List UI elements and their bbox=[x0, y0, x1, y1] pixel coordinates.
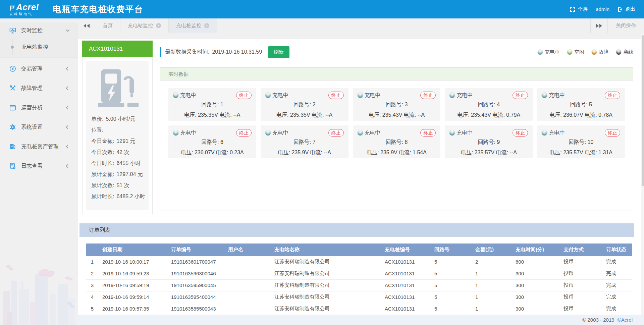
sidebar-item-label: 运营分析 bbox=[21, 104, 66, 111]
sidebar-group: 故障管理 bbox=[0, 80, 78, 96]
sidebar-subitem[interactable]: 充电站监控 bbox=[0, 39, 78, 55]
stop-button[interactable]: 终止 bbox=[328, 129, 344, 137]
chevron-left-icon bbox=[66, 164, 69, 168]
sidebar-item[interactable]: 系统设置 bbox=[0, 119, 78, 135]
stop-button[interactable]: 终止 bbox=[420, 92, 436, 99]
circuit-status-row: 充电中终止 bbox=[173, 129, 252, 137]
stop-button[interactable]: 终止 bbox=[513, 129, 528, 137]
stop-button[interactable]: 终止 bbox=[513, 92, 528, 99]
circuit-readings: 电压: 235.43V 电流: --A bbox=[358, 112, 436, 119]
circuit-card: 充电中终止回路号: 9电压: 235.57V 电流: --A bbox=[445, 125, 533, 158]
stop-button[interactable]: 终止 bbox=[328, 92, 344, 99]
sidebar-item-label: 交易管理 bbox=[21, 65, 66, 72]
stop-button[interactable]: 终止 bbox=[605, 129, 620, 137]
row-index: 4 bbox=[86, 291, 98, 303]
circuit-card: 充电中终止回路号: 1电压: 235.35V 电流: --A bbox=[168, 88, 256, 121]
orders-table: 创建日期订单编号用户名充电站名称充电桩编号回路号金额(元)充电时间(分)支付方式… bbox=[86, 243, 632, 315]
sidebar-item-label: 实时监控 bbox=[21, 27, 66, 34]
table-cell: 5 bbox=[430, 256, 471, 268]
charging-status-icon bbox=[542, 93, 547, 98]
close-icon[interactable]: × bbox=[156, 23, 161, 28]
table-row[interactable]: 12019-10-16 10:00:171910163601700047江苏安科… bbox=[86, 256, 632, 268]
vertical-scrollbar[interactable] bbox=[641, 33, 644, 315]
column-header: 支付方式 bbox=[559, 243, 602, 256]
circuit-status-label: 充电中 bbox=[180, 129, 196, 137]
table-cell bbox=[224, 291, 270, 303]
close-operations-button[interactable]: 关闭操作 bbox=[608, 18, 644, 33]
legend-label: 空闲 bbox=[574, 49, 584, 55]
table-cell: 投币 bbox=[559, 256, 602, 268]
station-stat: 今日次数:42 次 bbox=[91, 149, 144, 156]
stop-button[interactable]: 终止 bbox=[420, 129, 436, 137]
close-icon[interactable]: × bbox=[204, 23, 209, 28]
table-row[interactable]: 52019-10-16 09:57:351910163585500043江苏安科… bbox=[86, 303, 632, 315]
chevron-left-icon bbox=[66, 106, 69, 109]
table-cell: ACX1010131 bbox=[381, 279, 430, 291]
table-row[interactable]: 32019-10-16 09:59:191910163595900045江苏安科… bbox=[86, 279, 632, 291]
circuit-readings: 电压: 235.35V 电流: --A bbox=[265, 112, 344, 119]
sidebar-group: 系统设置 bbox=[0, 119, 78, 135]
table-cell: 江苏安科瑞制造有限公司 bbox=[270, 291, 381, 303]
table-cell bbox=[224, 303, 270, 315]
tabs-scroll-right-button[interactable] bbox=[590, 18, 608, 33]
logo-subtext: 安科瑞电气 bbox=[9, 12, 39, 16]
stat-label: 今日时长: bbox=[91, 160, 114, 166]
stop-button[interactable]: 终止 bbox=[236, 92, 252, 99]
sidebar-item[interactable]: 实时监控 bbox=[0, 22, 78, 39]
column-header: 用户名 bbox=[224, 243, 270, 256]
tabs-scroll-left-button[interactable] bbox=[78, 18, 95, 33]
refresh-button[interactable]: 刷新 bbox=[268, 46, 289, 58]
stat-value: 42 次 bbox=[116, 149, 129, 155]
fullscreen-label: 全屏 bbox=[578, 6, 588, 12]
double-right-arrow-icon bbox=[596, 24, 599, 28]
table-cell: 江苏安科瑞制造有限公司 bbox=[270, 279, 381, 291]
tab-item[interactable]: 充电站监控× bbox=[120, 18, 169, 33]
sidebar-item[interactable]: 日志查看 bbox=[0, 158, 78, 174]
realtime-panel-title: 实时数据 bbox=[160, 68, 633, 80]
circuit-readings: 电压: 235.35V 电流: --A bbox=[173, 112, 252, 119]
stop-button[interactable]: 终止 bbox=[236, 129, 252, 137]
realtime-panel: 实时数据 充电中终止回路号: 1电压: 235.35V 电流: --A充电中终止… bbox=[160, 67, 633, 211]
sidebar-item[interactable]: 故障管理 bbox=[0, 80, 78, 96]
chevron-left-icon bbox=[66, 86, 69, 90]
table-cell: 1 bbox=[471, 268, 512, 279]
table-cell: 江苏安科瑞制造有限公司 bbox=[270, 268, 381, 279]
circuit-readings: 电压: 236.07V 电流: 0.78A bbox=[542, 112, 620, 119]
legend-item: 空闲 bbox=[567, 49, 584, 55]
table-cell: 300 bbox=[512, 291, 559, 303]
orders-panel-title: 订单列表 bbox=[79, 223, 634, 237]
circuit-status-label: 充电中 bbox=[365, 129, 381, 137]
status-circle-icon bbox=[567, 50, 572, 55]
circuit-number: 回路号: 9 bbox=[449, 139, 528, 146]
stat-value: 6485.2 小时 bbox=[116, 194, 145, 199]
asset-icon bbox=[9, 143, 16, 150]
sidebar-item[interactable]: 运营分析 bbox=[0, 100, 78, 116]
brand-link[interactable]: ©Acrel bbox=[618, 317, 633, 323]
circuit-status-label: 充电中 bbox=[457, 92, 473, 99]
table-row[interactable]: 22019-10-16 09:59:231910163596300046江苏安科… bbox=[86, 268, 632, 279]
table-cell: 江苏安科瑞制造有限公司 bbox=[270, 256, 381, 268]
legend-label: 充电中 bbox=[545, 49, 560, 55]
double-left-arrow-icon bbox=[84, 24, 86, 28]
sidebar-item[interactable]: 交易管理 bbox=[0, 61, 78, 77]
open-tabs: 首页充电站监控×充电桩监控× bbox=[95, 18, 217, 33]
circuit-card: 充电中终止回路号: 3电压: 235.43V 电流: --A bbox=[353, 88, 441, 121]
tab-active[interactable]: 充电桩监控× bbox=[169, 18, 217, 33]
skyline-decoration bbox=[0, 265, 78, 325]
circuit-status-row: 充电中终止 bbox=[173, 92, 252, 99]
table-cell: ACX1010131 bbox=[381, 303, 430, 315]
user-menu[interactable]: admin bbox=[596, 6, 609, 12]
acrel-logo: Acrel 安科瑞电气 bbox=[9, 3, 39, 16]
stop-button[interactable]: 终止 bbox=[605, 92, 620, 99]
sidebar-item[interactable]: 充电桩资产管理 bbox=[0, 139, 78, 155]
table-row[interactable]: 42019-10-16 09:59:141910163595400044江苏安科… bbox=[86, 291, 632, 303]
table-cell: 2 bbox=[471, 256, 512, 268]
circuit-status-label: 充电中 bbox=[272, 92, 288, 99]
logout-button[interactable]: 退出 bbox=[618, 6, 635, 12]
fullscreen-button[interactable]: 全屏 bbox=[570, 6, 588, 12]
tab-item[interactable]: 首页 bbox=[95, 18, 120, 33]
scrollbar-thumb[interactable] bbox=[642, 35, 644, 186]
charging-status-icon bbox=[265, 93, 271, 98]
table-cell: 5 bbox=[430, 291, 471, 303]
legend-label: 故障 bbox=[599, 49, 609, 55]
